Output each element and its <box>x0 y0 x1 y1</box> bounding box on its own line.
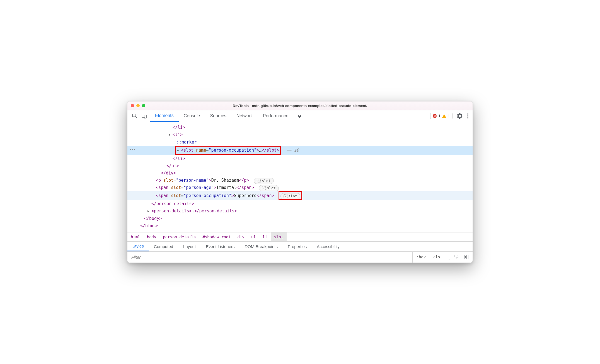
device-toggle-icon[interactable] <box>141 113 147 119</box>
kebab-icon[interactable] <box>467 113 469 119</box>
zoom-icon[interactable] <box>142 104 145 107</box>
reveal-icon: ↖ <box>257 179 261 183</box>
minimize-icon[interactable] <box>136 104 140 107</box>
tree-row[interactable]: </div> <box>127 169 473 177</box>
tab-event-listeners[interactable]: Event Listeners <box>201 242 239 251</box>
crumb-ul[interactable]: ul <box>248 232 259 241</box>
reveal-slot-pill[interactable]: ↖slot <box>280 193 300 199</box>
tab-console[interactable]: Console <box>179 110 205 122</box>
tab-styles[interactable]: Styles <box>127 242 149 251</box>
styles-filter-bar: :hov .cls +▾ <box>127 252 473 263</box>
tab-dom-breakpoints[interactable]: DOM Breakpoints <box>240 242 283 251</box>
devtools-window: DevTools - mdn.github.io/web-components-… <box>127 101 473 263</box>
tab-performance[interactable]: Performance <box>258 110 294 122</box>
main-toolbar: Elements Console Sources Network Perform… <box>127 110 473 122</box>
traffic-lights <box>131 104 145 107</box>
expand-arrow-icon[interactable] <box>177 147 180 154</box>
tree-row[interactable]: </ul> <box>127 162 473 169</box>
selected-node-ref: == $0 <box>286 148 299 153</box>
filter-input[interactable] <box>127 252 412 263</box>
tree-row[interactable]: ::marker <box>127 139 473 146</box>
svg-point-4 <box>467 115 468 117</box>
tab-elements[interactable]: Elements <box>150 110 179 122</box>
warning-icon <box>442 114 446 118</box>
tree-row-selected[interactable]: ••• <slot name="person-occupation">…</sl… <box>127 146 473 155</box>
tab-properties[interactable]: Properties <box>283 242 312 251</box>
error-count: 1 <box>438 114 441 118</box>
reveal-slot-pill[interactable]: ↖slot <box>259 185 279 191</box>
expand-arrow-icon[interactable] <box>147 208 151 215</box>
svg-rect-7 <box>464 255 468 259</box>
error-warning-counter[interactable]: ✕ 1 1 <box>430 113 453 119</box>
tree-row[interactable]: <span slot="person-occupation">Superhero… <box>127 191 473 200</box>
svg-rect-1 <box>142 114 145 118</box>
window-title: DevTools - mdn.github.io/web-components-… <box>127 104 473 108</box>
svg-point-5 <box>467 117 468 118</box>
crumb-html[interactable]: html <box>127 232 144 241</box>
tab-sources[interactable]: Sources <box>205 110 231 122</box>
crumb-body[interactable]: body <box>144 232 160 241</box>
error-icon: ✕ <box>433 114 437 118</box>
reveal-slot-pill[interactable]: ↖slot <box>254 178 274 184</box>
crumb-person-details[interactable]: person-details <box>159 232 199 241</box>
tree-row[interactable]: <person-details>…</person-details> <box>127 207 473 215</box>
reveal-icon: ↖ <box>262 186 266 190</box>
breadcrumb: html body person-details #shadow-root di… <box>127 232 473 242</box>
tree-row[interactable]: <p slot="person-name">Dr. Shazaam</p> ↖s… <box>127 177 473 184</box>
styles-tabs: Styles Computed Layout Event Listeners D… <box>127 242 473 252</box>
reveal-icon: ↖ <box>284 194 287 198</box>
tree-row[interactable]: <li> <box>127 131 473 139</box>
highlight-box: <slot name="person-occupation">…</slot> <box>175 146 281 155</box>
tab-network[interactable]: Network <box>231 110 258 122</box>
titlebar: DevTools - mdn.github.io/web-components-… <box>127 101 473 110</box>
elements-tree[interactable]: </li> <li> ::marker ••• <slot name="pers… <box>127 122 473 232</box>
tab-accessibility[interactable]: Accessibility <box>312 242 345 251</box>
svg-rect-6 <box>454 255 457 257</box>
computed-panel-toggle-icon[interactable] <box>464 254 469 259</box>
paint-icon[interactable] <box>454 254 459 259</box>
row-actions-icon[interactable]: ••• <box>130 146 136 153</box>
tab-layout[interactable]: Layout <box>178 242 201 251</box>
tree-row[interactable]: </html> <box>127 222 473 229</box>
crumb-div[interactable]: div <box>234 232 248 241</box>
crumb-li[interactable]: li <box>259 232 271 241</box>
tab-computed[interactable]: Computed <box>149 242 178 251</box>
tree-row[interactable]: <span slot="person-age">Immortal</span> … <box>127 184 473 191</box>
crumb-slot[interactable]: slot <box>271 232 287 241</box>
tree-row[interactable]: </li> <box>127 155 473 162</box>
svg-point-3 <box>467 113 468 115</box>
panel-tabs: Elements Console Sources Network Perform… <box>150 110 293 122</box>
hov-toggle[interactable]: :hov <box>417 255 426 259</box>
warning-count: 1 <box>448 114 450 118</box>
tree-row[interactable]: </li> <box>127 124 473 131</box>
gear-icon[interactable] <box>457 113 463 119</box>
highlight-box: ↖slot <box>279 191 302 200</box>
expand-arrow-icon[interactable] <box>169 131 172 139</box>
crumb-shadow-root[interactable]: #shadow-root <box>199 232 234 241</box>
tree-row[interactable]: </person-details> <box>127 200 473 207</box>
tree-row[interactable]: </body> <box>127 215 473 222</box>
more-tabs-icon[interactable] <box>293 110 306 122</box>
inspect-icon[interactable] <box>132 113 137 119</box>
cls-toggle[interactable]: .cls <box>431 255 440 259</box>
new-style-rule-icon[interactable]: +▾ <box>445 253 449 260</box>
close-icon[interactable] <box>131 104 134 107</box>
